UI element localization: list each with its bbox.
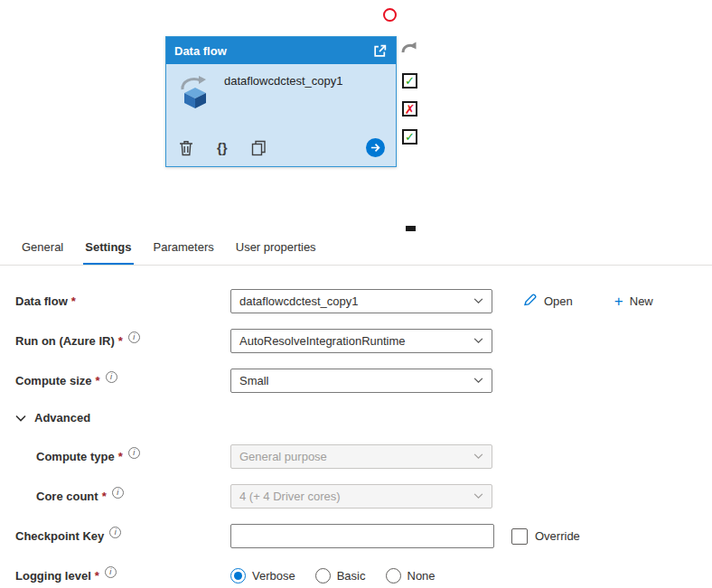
form-row-core-count: Core count*i 4 (+ 4 Driver cores) xyxy=(15,484,712,509)
radio-unselected-icon xyxy=(386,568,401,583)
port-highlight-circle xyxy=(383,8,397,22)
settings-form: Data flow* dataflowcdctest_copy1 Open + … xyxy=(0,266,712,588)
form-row-run-on: Run on (Azure IR)*i AutoResolveIntegrati… xyxy=(15,329,712,353)
label-text: Checkpoint Key xyxy=(15,529,104,543)
data-flow-label: Data flow* xyxy=(15,294,230,308)
run-on-dropdown[interactable]: AutoResolveIntegrationRuntime xyxy=(230,329,492,353)
chevron-down-icon xyxy=(473,453,483,460)
form-row-compute-size: Compute size*i Small xyxy=(15,369,712,393)
compute-size-label: Compute size*i xyxy=(15,374,230,387)
activity-card-body: dataflowcdctest_copy1 xyxy=(166,64,396,136)
cross-glyph: ✗ xyxy=(405,103,416,116)
form-row-logging-level: Logging level*i Verbose Basic None xyxy=(15,564,712,588)
checkpoint-key-input[interactable] xyxy=(230,524,494,548)
form-row-checkpoint-key: Checkpoint Keyi Override xyxy=(15,524,712,548)
checkbox-checked-icon[interactable]: ✓ xyxy=(402,129,417,145)
trash-icon[interactable] xyxy=(179,140,193,156)
form-row-data-flow: Data flow* dataflowcdctest_copy1 Open + … xyxy=(15,289,712,313)
activity-type-label: Data flow xyxy=(174,44,227,58)
core-count-dropdown-disabled: 4 (+ 4 Driver cores) xyxy=(230,484,492,509)
core-count-label: Core count*i xyxy=(15,490,230,503)
form-row-compute-type: Compute type*i General purpose xyxy=(15,444,712,469)
label-text: Compute type xyxy=(36,450,115,463)
info-icon: i xyxy=(112,487,124,499)
logging-level-label: Logging level*i xyxy=(15,569,230,583)
chevron-down-icon xyxy=(473,493,483,499)
radio-verbose[interactable]: Verbose xyxy=(230,568,295,583)
new-label: New xyxy=(630,294,653,308)
radio-basic[interactable]: Basic xyxy=(315,568,366,583)
tab-general[interactable]: General xyxy=(11,231,74,265)
dropdown-value: Small xyxy=(239,374,269,387)
dropdown-value: dataflowcdctest_copy1 xyxy=(239,294,359,308)
logging-level-radio-group: Verbose Basic None xyxy=(230,568,436,583)
required-asterisk: * xyxy=(95,569,99,583)
checkbox-checked-icon[interactable]: ✓ xyxy=(402,73,417,89)
open-button[interactable]: Open xyxy=(523,293,573,310)
tab-user-properties[interactable]: User properties xyxy=(225,231,327,265)
required-asterisk: * xyxy=(96,374,100,387)
activity-name: dataflowcdctest_copy1 xyxy=(224,73,360,89)
radio-none[interactable]: None xyxy=(386,568,436,583)
panel-resize-handle xyxy=(406,226,416,231)
label-text: Core count xyxy=(36,490,98,503)
activity-card-header: Data flow xyxy=(166,37,396,64)
info-icon: i xyxy=(106,371,117,383)
checkbox-cross-icon[interactable]: ✗ xyxy=(402,101,417,117)
advanced-section-toggle[interactable]: Advanced xyxy=(15,408,712,426)
design-canvas: Data flow dataflowcdctest_copy1 {} xyxy=(0,0,712,231)
canvas-status-column: ✓ ✗ ✓ xyxy=(400,40,419,145)
new-button[interactable]: + New xyxy=(614,294,653,309)
required-asterisk: * xyxy=(102,490,107,503)
check-glyph: ✓ xyxy=(405,131,415,143)
required-asterisk: * xyxy=(118,334,123,348)
dataflow-activity-card[interactable]: Data flow dataflowcdctest_copy1 {} xyxy=(165,36,397,167)
tab-parameters[interactable]: Parameters xyxy=(143,231,225,265)
label-text: Data flow xyxy=(15,294,68,308)
info-icon: i xyxy=(128,447,140,459)
radio-label: Basic xyxy=(337,569,366,583)
plus-icon: + xyxy=(614,294,623,309)
chevron-down-icon xyxy=(15,411,26,425)
code-braces-icon[interactable]: {} xyxy=(217,140,228,155)
activity-card-toolbar: {} xyxy=(166,136,396,166)
chevron-down-icon xyxy=(473,338,483,344)
checkpoint-key-label: Checkpoint Keyi xyxy=(15,529,230,543)
dataflow-icon xyxy=(177,73,213,112)
info-icon: i xyxy=(105,566,117,578)
chevron-down-icon xyxy=(473,298,483,304)
run-on-label: Run on (Azure IR)*i xyxy=(15,334,230,348)
edit-pencil-icon xyxy=(523,293,538,310)
check-glyph: ✓ xyxy=(405,75,415,87)
info-icon: i xyxy=(128,331,140,343)
override-checkbox[interactable] xyxy=(511,528,528,545)
required-asterisk: * xyxy=(71,294,76,308)
dropdown-value: AutoResolveIntegrationRuntime xyxy=(239,334,406,348)
settings-tab-bar: General Settings Parameters User propert… xyxy=(0,231,712,266)
chevron-down-icon xyxy=(473,378,483,384)
radio-unselected-icon xyxy=(315,568,331,583)
dropdown-value: General purpose xyxy=(239,450,327,463)
add-next-activity-button[interactable] xyxy=(366,138,385,157)
compute-size-dropdown[interactable]: Small xyxy=(230,369,492,393)
radio-selected-icon xyxy=(230,568,246,583)
info-icon: i xyxy=(109,527,121,538)
tab-settings[interactable]: Settings xyxy=(74,231,142,265)
copy-icon[interactable] xyxy=(251,140,267,156)
label-text: Run on (Azure IR) xyxy=(15,334,115,348)
radio-label: None xyxy=(408,569,436,583)
redo-icon[interactable] xyxy=(400,40,419,61)
label-text: Logging level xyxy=(15,569,91,583)
dropdown-value: 4 (+ 4 Driver cores) xyxy=(239,490,341,503)
override-label: Override xyxy=(535,529,580,543)
open-in-new-icon[interactable] xyxy=(372,43,388,59)
compute-type-dropdown-disabled: General purpose xyxy=(230,444,492,469)
radio-label: Verbose xyxy=(252,569,295,583)
compute-type-label: Compute type*i xyxy=(15,450,230,463)
open-label: Open xyxy=(544,294,573,308)
required-asterisk: * xyxy=(118,450,123,463)
label-text: Compute size xyxy=(15,374,92,387)
data-flow-dropdown[interactable]: dataflowcdctest_copy1 xyxy=(230,289,492,313)
advanced-label: Advanced xyxy=(34,411,90,425)
